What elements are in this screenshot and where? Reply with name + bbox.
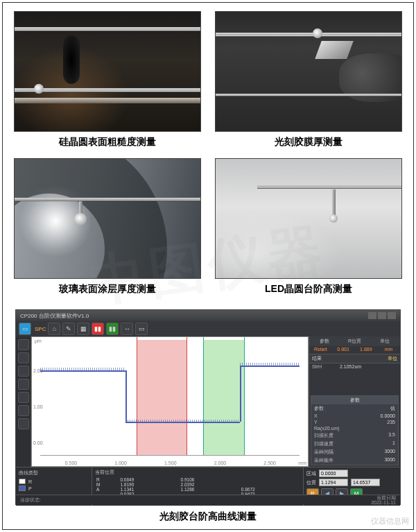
plot-area[interactable]: μm 2.00 1.00 0.00 — [31, 336, 309, 467]
lefttool-1-icon[interactable] — [18, 339, 29, 350]
caption-software: 光刻胶台阶高曲线测量 — [15, 510, 401, 523]
photo-silicon-wafer-roughness — [14, 11, 201, 132]
x-unit: mm — [298, 461, 306, 465]
tool-cursor-icon[interactable]: ▭ — [135, 323, 148, 335]
legend-title: 曲线类型 — [19, 470, 89, 477]
legend-item-r[interactable]: R — [19, 479, 89, 484]
caption-4: LED晶圆台阶高测量 — [213, 283, 404, 295]
tool-bars-red-icon[interactable]: ▮▮ — [92, 323, 104, 335]
image-grid: 硅晶圆表面粗糙度测量 光刻胶膜厚测量 玻璃表面涂层厚度测量 — [3, 3, 413, 305]
rp-h-param: 参数 — [309, 336, 340, 346]
rp-params-box: 参数 参数值 X0.0000 Y235 Ra(x20.um) 扫描长度3.5 扫… — [311, 395, 399, 465]
caption-2: 光刻胶膜厚测量 — [213, 136, 404, 148]
minimize-button[interactable] — [368, 312, 376, 319]
rp-header: 参数 R位置 单位 — [309, 336, 400, 346]
status-date-block: 当前日期 2022-11-11 — [371, 495, 396, 505]
maximize-button[interactable] — [378, 312, 386, 319]
legend-swatch-p — [19, 486, 26, 491]
status-bar: 连接状态: 当前日期 2022-11-11 — [16, 495, 400, 504]
cursor-data-table: R0.68490.9106 M1.81902.0392 A1.13411.128… — [95, 477, 300, 497]
caption-3: 玻璃表面涂层厚度测量 — [12, 283, 203, 295]
tool-measure-icon[interactable]: ↔ — [121, 323, 133, 335]
lefttool-2-icon[interactable] — [18, 352, 29, 363]
caption-1: 硅晶圆表面粗糙度测量 — [12, 136, 203, 148]
tool-table-icon[interactable]: ▦ — [77, 323, 89, 335]
rp-h-unit: 单位 — [370, 336, 400, 346]
photo-photoresist-film-thickness — [215, 11, 402, 132]
close-button[interactable] — [388, 312, 396, 319]
x-tick-4: 2.500 — [263, 461, 276, 465]
tool-open-icon[interactable]: ▭ — [19, 323, 31, 335]
cell-silicon-roughness: 硅晶圆表面粗糙度测量 — [12, 11, 203, 155]
profile-trace — [40, 337, 300, 455]
window-title: CP200 台阶仪测量软件V1.0 — [20, 312, 89, 320]
lefttool-5-icon[interactable] — [18, 392, 29, 403]
region-label: 区域 — [306, 470, 316, 477]
lefttool-3-icon[interactable] — [18, 366, 29, 377]
status-left: 连接状态: — [20, 497, 41, 504]
cell-photoresist-thickness: 光刻胶膜厚测量 — [213, 11, 404, 155]
legend-item-p[interactable]: P — [19, 486, 89, 491]
rp-h-rpos: R位置 — [340, 336, 370, 346]
cell-glass-coating-thickness: 玻璃表面涂层厚度测量 — [12, 158, 203, 302]
tool-bars-green-icon[interactable]: ▮▮ — [106, 323, 119, 335]
region-input[interactable] — [319, 470, 348, 477]
rp-result-strh: StrH 2.1052 um — [309, 363, 400, 370]
step-label: 位置 — [306, 479, 316, 486]
rp-results-header: 结果 单位 — [309, 354, 400, 363]
photo-led-wafer-step-height — [215, 158, 402, 279]
lefttool-6-icon[interactable] — [18, 405, 29, 416]
software-screenshot-wrap: CP200 台阶仪测量软件V1.0 ▭ SPC ⌂ ✎ ▦ ▮▮ ▮▮ ↔ ▭ — [15, 309, 401, 523]
spc-label[interactable]: SPC — [35, 326, 46, 332]
step-input-2[interactable] — [351, 479, 380, 486]
x-tick-0: 0.500 — [65, 461, 78, 465]
main-row: μm 2.00 1.00 0.00 — [16, 336, 400, 467]
tool-home-icon[interactable]: ⌂ — [48, 323, 60, 335]
lefttool-4-icon[interactable] — [18, 379, 29, 390]
cell-led-step-height: LED晶圆台阶高测量 — [213, 158, 404, 302]
window-buttons — [368, 312, 396, 319]
window-titlebar: CP200 台阶仪测量软件V1.0 — [16, 310, 400, 321]
legend-swatch-r — [19, 479, 26, 484]
software-screenshot: CP200 台阶仪测量软件V1.0 ▭ SPC ⌂ ✎ ▦ ▮▮ ▮▮ ↔ ▭ — [15, 309, 401, 505]
page-frame: 硅晶圆表面粗糙度测量 光刻胶膜厚测量 玻璃表面涂层厚度测量 — [2, 2, 414, 530]
lefttool-7-icon[interactable] — [18, 418, 29, 429]
x-tick-2: 1.500 — [164, 461, 177, 465]
left-tool-column — [16, 336, 31, 467]
x-axis-line — [40, 455, 300, 456]
right-panel: 参数 R位置 单位 Rstart 0.801 1.889 mm 结果 单位 — [309, 336, 400, 467]
step-input-1[interactable] — [319, 479, 348, 486]
photo-glass-coating-thickness — [14, 158, 201, 279]
tool-copy-icon[interactable]: ✎ — [62, 323, 75, 335]
table-title: 当前位置 — [95, 469, 300, 476]
x-tick-1: 1.000 — [114, 461, 127, 465]
rp-params-title: 参数 — [311, 396, 398, 404]
x-tick-3: 2.000 — [214, 461, 227, 465]
toolbar: ▭ SPC ⌂ ✎ ▦ ▮▮ ▮▮ ↔ ▭ — [16, 321, 400, 336]
rp-row-rstart: Rstart 0.801 1.889 mm — [309, 346, 400, 352]
